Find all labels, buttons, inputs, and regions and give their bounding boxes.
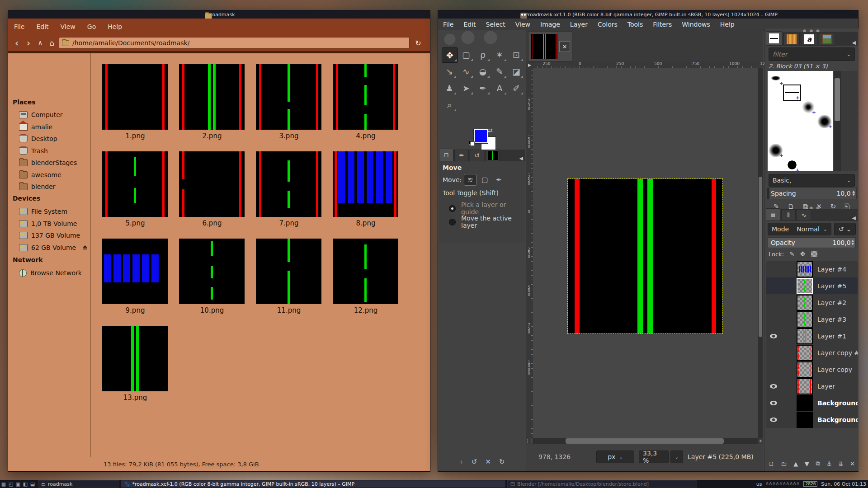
tab-brushes[interactable] <box>766 31 782 46</box>
visibility-eye-icon[interactable] <box>770 418 777 422</box>
file-thumbnail-6.png[interactable] <box>179 151 245 217</box>
sidebar-item-browse-network[interactable]: Browse Network <box>19 267 88 278</box>
layer-name[interactable]: Layer #1 <box>817 333 846 340</box>
move-active-radio[interactable] <box>449 219 456 225</box>
layer-row-layer-4[interactable]: Layer #4 <box>766 261 858 277</box>
sidebar-item-1-0-tb-volume[interactable]: 1,0 TB Volume <box>19 218 88 229</box>
tab-layers[interactable]: ≣ <box>766 208 780 221</box>
fm-menu-go[interactable]: Go <box>81 23 102 30</box>
navigation-button[interactable]: ✛ <box>758 438 763 444</box>
file-thumbnail-11.png[interactable] <box>256 239 321 304</box>
brush-soft[interactable]: + <box>800 100 816 114</box>
image-tab[interactable]: ✕ <box>528 32 572 61</box>
gimp-menu-select[interactable]: Select <box>481 21 510 28</box>
taskbar-task-3[interactable]: 🗔Blender [/home/amalie/Desktop/blender/s… <box>507 480 697 488</box>
file-thumbnail-4.png[interactable] <box>333 64 398 130</box>
save-preset-button[interactable]: ⍖ <box>459 458 463 469</box>
sidebar-item-desktop[interactable]: Desktop <box>19 133 88 144</box>
default-colors-icon[interactable] <box>469 140 475 146</box>
file-label[interactable]: 6.png <box>174 219 250 227</box>
layer-name[interactable]: Layer <box>817 383 835 390</box>
brush-ellipse[interactable]: + <box>768 71 784 85</box>
tool-fuzzy-select-icon[interactable]: ✶ <box>492 47 507 62</box>
file-label[interactable]: 1.png <box>97 132 174 140</box>
move-selection-mode-button[interactable]: ▢ <box>479 174 491 185</box>
file-thumbnail-1.png[interactable] <box>102 64 168 130</box>
vertical-scrollbar[interactable] <box>758 68 763 438</box>
gimp-menu-tools[interactable]: Tools <box>623 21 648 28</box>
brush-scrollbar[interactable] <box>834 71 841 171</box>
tool-color-picker-icon[interactable]: ✐ <box>509 81 524 95</box>
eject-icon[interactable] <box>82 245 88 250</box>
layer-name[interactable]: Layer #3 <box>817 316 846 323</box>
fm-menu-help[interactable]: Help <box>102 23 128 30</box>
layers-dock-collapse-icon[interactable]: ◀ <box>852 215 858 221</box>
tool-transform-icon[interactable]: ↘ <box>442 64 457 79</box>
file-label[interactable]: 7.png <box>250 219 327 227</box>
delete-layer-button[interactable]: ✕ <box>850 460 855 467</box>
merge-layer-button[interactable]: ⇊ <box>839 460 844 467</box>
sidebar-item-blender[interactable]: blender <box>19 181 88 192</box>
sidebar-item-blenderstages[interactable]: blenderStages <box>19 157 88 168</box>
gimp-menu-file[interactable]: File <box>438 21 458 28</box>
mode-switch-button[interactable]: ↺⌄ <box>834 223 856 235</box>
taskbar-task-1[interactable]: 🗀roadmask <box>38 480 119 488</box>
file-label[interactable]: 3.png <box>250 132 327 140</box>
gimp-menu-image[interactable]: Image <box>535 21 565 28</box>
sidebar-item-trash[interactable]: Trash <box>19 145 88 156</box>
gimp-menu-filters[interactable]: Filters <box>648 21 677 28</box>
reset-tool-button[interactable]: ↻ <box>499 458 505 469</box>
up-button[interactable]: ∧ <box>34 35 46 51</box>
raise-layer-button[interactable]: ▲ <box>793 460 798 467</box>
tool-eraser-icon[interactable]: ◪ <box>509 64 524 79</box>
canvas-image[interactable] <box>568 179 722 333</box>
monitor-widget[interactable]: 2826 <box>803 481 817 487</box>
tab-paths[interactable]: ∿ <box>797 209 811 221</box>
file-label[interactable]: 11.png <box>250 306 327 314</box>
file-label[interactable]: 13.png <box>97 394 174 402</box>
layer-row-layer-5[interactable]: Layer #5 <box>766 277 858 294</box>
fm-menu-file[interactable]: File <box>8 23 30 30</box>
visibility-eye-icon[interactable] <box>770 384 777 389</box>
reload-button[interactable]: ↻ <box>412 35 424 51</box>
gimp-menu-help[interactable]: Help <box>715 21 740 28</box>
tool-bucket-fill-icon[interactable]: ◒ <box>475 64 491 79</box>
file-thumbnail-5.png[interactable] <box>102 151 168 217</box>
anchor-layer-button[interactable]: ⚓ <box>826 460 832 467</box>
sidebar-item-137-gb-volume[interactable]: 137 GB Volume <box>19 230 88 241</box>
layer-row-layer[interactable]: Layer <box>766 378 858 394</box>
file-label[interactable]: 12.png <box>327 306 404 314</box>
file-thumbnail-10.png[interactable] <box>179 239 245 304</box>
file-thumbnail-8.png[interactable] <box>333 151 398 217</box>
ruler-corner[interactable]: ▶ <box>526 61 533 68</box>
zoom-value[interactable]: 33,3 % <box>639 450 669 463</box>
tool-crop-icon[interactable]: ⊡ <box>509 47 524 62</box>
taskbar-task-2[interactable]: 🐾*roadmask.xcf-1.0 (RGB color 8-bit gamm… <box>121 480 505 488</box>
image-tab-close-icon[interactable]: ✕ <box>559 41 570 52</box>
file-label[interactable]: 4.png <box>327 132 404 140</box>
gimp-titlebar[interactable]: *roadmask.xcf-1.0 (RGB color 8-bit gamma… <box>438 10 858 19</box>
tab-channels[interactable]: ⫴ <box>781 209 796 221</box>
tab-gradients[interactable] <box>819 33 835 46</box>
back-button[interactable]: ‹ <box>11 35 23 51</box>
layer-name[interactable]: Background <box>817 416 858 423</box>
file-label[interactable]: 2.png <box>174 132 250 140</box>
gimp-menu-view[interactable]: View <box>510 21 535 28</box>
unit-dropdown[interactable]: px⌄ <box>596 450 634 463</box>
new-group-button[interactable]: 🗀 <box>781 460 787 467</box>
file-label[interactable]: 8.png <box>327 219 404 227</box>
taskbar-launcher-icon[interactable]: ▣ <box>14 481 22 487</box>
tool-warp-icon[interactable]: ∿ <box>458 64 474 79</box>
file-label[interactable]: 9.png <box>97 306 174 314</box>
fm-menu-view[interactable]: View <box>55 23 81 30</box>
sidebar-item-awesome[interactable]: awesome <box>19 169 88 180</box>
visibility-eye-icon[interactable] <box>770 401 777 405</box>
spacing-slider[interactable]: Spacing 10,0 ▲▼ <box>767 188 857 199</box>
tool-zoom-icon[interactable]: ⌕ <box>442 98 457 112</box>
gimp-menu-edit[interactable]: Edit <box>458 21 481 28</box>
tab-fonts[interactable]: a <box>801 33 817 46</box>
opacity-slider[interactable]: Opacity 100,0 ▲▼ <box>768 237 856 248</box>
gimp-menu-windows[interactable]: Windows <box>677 21 715 28</box>
brush-filter-input[interactable]: filter⌄ <box>769 47 855 61</box>
tool-move-icon[interactable]: ✥ <box>442 47 458 63</box>
